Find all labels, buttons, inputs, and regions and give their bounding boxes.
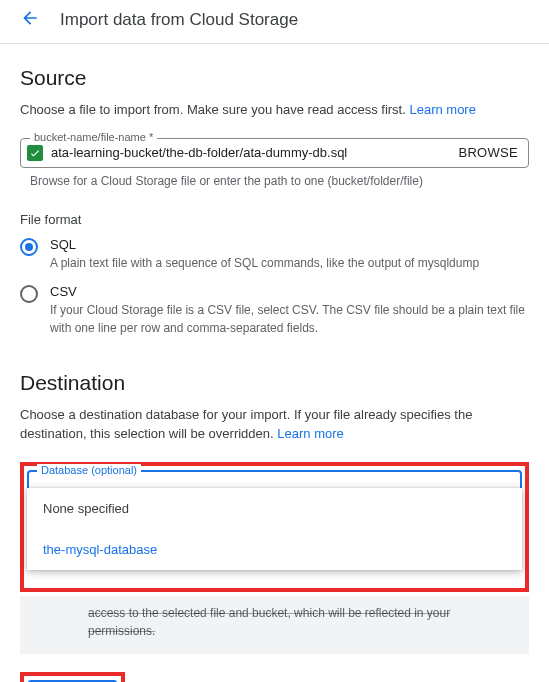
source-heading: Source [20,66,529,90]
back-arrow-icon[interactable] [20,8,40,31]
database-dropdown-container: Database (optional) None specified the-m… [20,462,529,592]
checkmark-icon [27,145,43,161]
destination-description-text: Choose a destination database for your i… [20,407,472,442]
destination-learn-more-link[interactable]: Learn more [277,426,343,441]
radio-sql[interactable]: SQL A plain text file with a sequence of… [20,237,529,272]
file-format-label: File format [20,212,529,227]
permissions-info-box: access to the selected file and bucket, … [20,596,529,654]
radio-csv-desc: If your Cloud Storage file is a CSV file… [50,301,529,337]
import-highlight: IMPORT [20,672,125,683]
database-select-label: Database (optional) [37,464,141,476]
action-bar: IMPORT CANCEL [20,672,529,683]
source-description-text: Choose a file to import from. Make sure … [20,102,409,117]
radio-unselected-icon [20,285,38,303]
destination-description: Choose a destination database for your i… [20,405,529,444]
dropdown-item-mysql[interactable]: the-mysql-database [27,529,522,570]
source-file-label: bucket-name/file-name * [30,131,157,143]
radio-sql-desc: A plain text file with a sequence of SQL… [50,254,529,272]
source-learn-more-link[interactable]: Learn more [409,102,475,117]
radio-csv[interactable]: CSV If your Cloud Storage file is a CSV … [20,284,529,337]
source-description: Choose a file to import from. Make sure … [20,100,529,120]
page-header: Import data from Cloud Storage [0,0,549,44]
permissions-info-line2: permissions. [88,624,155,638]
page-title: Import data from Cloud Storage [60,10,298,30]
source-file-field: bucket-name/file-name * ata-learning-buc… [20,138,529,168]
dropdown-item-none[interactable]: None specified [27,488,522,529]
radio-csv-label: CSV [50,284,529,299]
radio-sql-label: SQL [50,237,529,252]
source-file-input[interactable]: ata-learning-bucket/the-db-folder/ata-du… [51,145,448,160]
permissions-info-line1: access to the selected file and bucket, … [88,606,450,620]
database-dropdown-menu: None specified the-mysql-database [27,488,522,570]
radio-selected-icon [20,238,38,256]
destination-heading: Destination [20,371,529,395]
browse-button[interactable]: BROWSE [448,145,518,160]
source-file-help: Browse for a Cloud Storage file or enter… [30,174,529,188]
